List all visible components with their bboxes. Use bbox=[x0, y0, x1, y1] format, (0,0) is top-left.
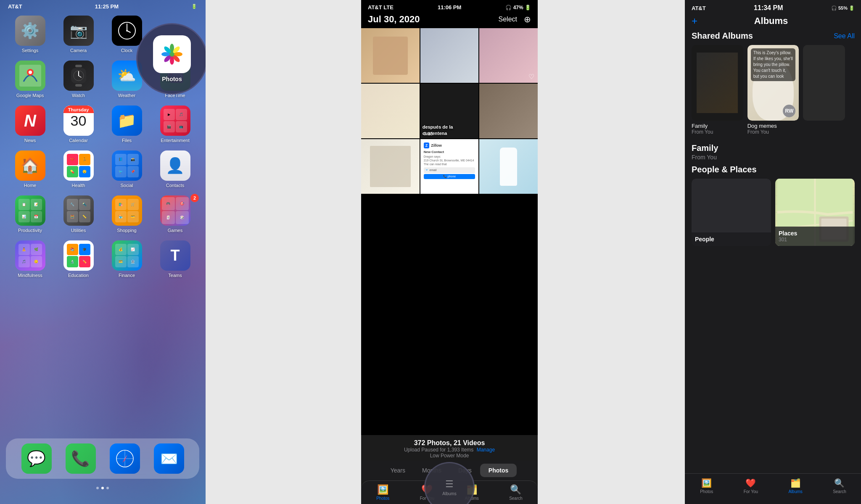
photo-cell-4[interactable] bbox=[361, 84, 420, 138]
app-teams[interactable]: T Teams bbox=[153, 240, 197, 278]
people-label: People bbox=[695, 236, 768, 243]
page-dots bbox=[0, 487, 206, 489]
icloud-status: Upload Paused for 1,393 Items Manage bbox=[368, 447, 531, 453]
select-button[interactable]: Select bbox=[499, 16, 517, 23]
family-album-img bbox=[692, 45, 743, 121]
app-games[interactable]: 🎮 🎯 🃏 🎲 2 Games bbox=[153, 195, 197, 233]
dog-memes-sub: From You bbox=[747, 129, 799, 135]
screen2-photos: AT&T LTE 11:06 PM 🎧 47% 🔋 Jul 30, 2020 S… bbox=[361, 0, 538, 504]
dock-mail[interactable]: ✉️ bbox=[154, 443, 184, 474]
app-watch-label: Watch bbox=[72, 93, 85, 98]
svg-point-12 bbox=[126, 30, 128, 32]
s3-tab-for-you[interactable]: ❤️ For You bbox=[737, 476, 765, 496]
dock: 💬 📞 bbox=[6, 438, 199, 479]
places-count: 301 bbox=[779, 237, 851, 243]
app-productivity[interactable]: 📋 📝 📊 📅 Productivity bbox=[8, 195, 52, 233]
photo-grid: ♡ 0:15 después de lacuarentena Z bbox=[361, 28, 538, 194]
s3-time: 11:34 PM bbox=[754, 4, 783, 12]
app-calendar-label: Calendar bbox=[69, 138, 88, 143]
s3-tab-search[interactable]: 🔍 Search bbox=[826, 476, 853, 496]
photo-cell-3[interactable]: ♡ bbox=[479, 28, 538, 83]
app-shopping[interactable]: 🛍️ 🛒 🏪 💳 Shopping bbox=[105, 195, 149, 233]
tab-search[interactable]: 🔍 Search bbox=[504, 483, 528, 502]
app-mindfulness[interactable]: 🧘 🌿 🎵 😌 Mindfulness bbox=[8, 240, 52, 278]
tab-years[interactable]: Years bbox=[382, 464, 414, 477]
dog-memes-overlay-text: This is Zoey's pillow. If she likes you,… bbox=[751, 48, 796, 81]
app-calendar[interactable]: Thursday 30 Calendar bbox=[56, 106, 100, 143]
family-album[interactable]: Family From You bbox=[692, 45, 743, 135]
add-album-button[interactable]: + bbox=[692, 15, 697, 27]
people-cell[interactable]: People bbox=[692, 179, 771, 246]
app-mindfulness-label: Mindfulness bbox=[18, 273, 42, 278]
screen3-title: Albums bbox=[697, 16, 845, 26]
dock-safari[interactable] bbox=[110, 443, 140, 474]
photo-count-bar: 372 Photos, 21 Videos Upload Paused for … bbox=[361, 435, 538, 460]
app-teams-label: Teams bbox=[168, 273, 182, 278]
time-display: 11:25 PM bbox=[95, 3, 119, 10]
app-finance[interactable]: 💰 📈 💳 🏦 Finance bbox=[105, 240, 149, 278]
app-home[interactable]: 🏠 Home bbox=[8, 150, 52, 188]
manage-link[interactable]: Manage bbox=[477, 447, 495, 453]
games-badge: 2 bbox=[190, 194, 199, 202]
carrier-signal: AT&T bbox=[8, 3, 22, 10]
s3-tab-photos[interactable]: 🖼️ Photos bbox=[693, 476, 720, 496]
dock-phone[interactable]: 📞 bbox=[66, 443, 96, 474]
app-maps[interactable]: Google Maps bbox=[8, 61, 52, 98]
power-mode-text: Low Power Mode bbox=[368, 453, 531, 459]
app-contacts[interactable]: 👤 Contacts bbox=[153, 150, 197, 188]
app-games-label: Games bbox=[168, 228, 182, 233]
app-settings[interactable]: ⚙️ Settings bbox=[8, 16, 52, 53]
tab-photos[interactable]: Photos bbox=[480, 464, 517, 477]
photo-cell-2[interactable] bbox=[420, 28, 479, 83]
app-entertainment[interactable]: ▶ 🎵 🎬 📺 Entertainment bbox=[153, 106, 197, 143]
app-files[interactable]: 📁 Files bbox=[105, 106, 149, 143]
s3-photos-label: Photos bbox=[700, 489, 713, 494]
app-utilities[interactable]: 🔧 🔦 🧮 📏 Utilities bbox=[56, 195, 100, 233]
app-education-label: Education bbox=[68, 273, 89, 278]
app-clock-label: Clock bbox=[121, 48, 133, 53]
dot-3 bbox=[106, 487, 109, 489]
app-news[interactable]: N News bbox=[8, 106, 52, 143]
app-camera[interactable]: 📷 Camera bbox=[56, 16, 100, 53]
app-watch[interactable]: Watch bbox=[56, 61, 100, 98]
photos-tab-icon: 🖼️ bbox=[377, 484, 388, 495]
see-all-button[interactable]: See All bbox=[834, 32, 855, 40]
add-photo-button[interactable]: ⊕ bbox=[524, 14, 531, 24]
places-label: Places bbox=[779, 230, 851, 237]
photos-icon-large[interactable] bbox=[153, 35, 191, 73]
app-finance-label: Finance bbox=[119, 273, 135, 278]
photo-cell-5[interactable]: 0:15 después de lacuarentena bbox=[420, 84, 479, 138]
dock-messages[interactable]: 💬 bbox=[21, 443, 52, 474]
s3-tab-albums[interactable]: 🗂️ Albums bbox=[782, 476, 809, 496]
photo-cell-8[interactable]: Z Zillow New Contact Dragon says:219 Chu… bbox=[420, 139, 479, 194]
app-health[interactable]: ❤️ 🏃 💊 😴 Health bbox=[56, 150, 100, 188]
shared-albums-section-header: Shared Albums See All bbox=[692, 31, 855, 41]
tab-photos-label: Photos bbox=[376, 496, 389, 501]
s3-albums-label: Albums bbox=[788, 489, 802, 494]
photo-cell-9[interactable] bbox=[479, 139, 538, 194]
app-social[interactable]: 📘 📸 🐦 📌 Social bbox=[105, 150, 149, 188]
dog-memes-album[interactable]: This is Zoey's pillow. If she likes you,… bbox=[747, 45, 799, 135]
app-home-label: Home bbox=[24, 183, 36, 188]
screenshots-container: AT&T 11:25 PM 🔋 Photos bbox=[0, 0, 861, 504]
photo-cell-1[interactable] bbox=[361, 28, 420, 83]
dog-memes-name: Dog memes bbox=[747, 123, 799, 129]
screen2-header: Jul 30, 2020 Select ⊕ bbox=[361, 12, 538, 28]
app-education[interactable]: 📚 🎓 🔬 ✏️ Education bbox=[56, 240, 100, 278]
places-cell[interactable]: Places 301 bbox=[775, 179, 855, 246]
s3-search-label: Search bbox=[833, 489, 846, 494]
shared-albums-row: Family From You This is Zoey's pillow. I… bbox=[692, 45, 855, 135]
photo-cell-6[interactable] bbox=[479, 84, 538, 138]
s3-for-you-label: For You bbox=[744, 489, 758, 494]
tab-photos-bottom[interactable]: 🖼️ Photos bbox=[371, 483, 394, 502]
people-places-section: People & Places People bbox=[692, 165, 855, 246]
third-album[interactable] bbox=[803, 45, 855, 135]
s3-battery: 🎧 55% 🔋 bbox=[831, 5, 855, 11]
app-camera-label: Camera bbox=[70, 48, 87, 53]
status-bar-screen1: AT&T 11:25 PM 🔋 bbox=[0, 0, 206, 11]
photo-cell-7[interactable] bbox=[361, 139, 420, 194]
search-icon: 🔍 bbox=[510, 484, 521, 495]
svg-rect-17 bbox=[75, 65, 82, 67]
family-album-sub: From You bbox=[692, 129, 743, 135]
app-productivity-label: Productivity bbox=[18, 228, 42, 233]
